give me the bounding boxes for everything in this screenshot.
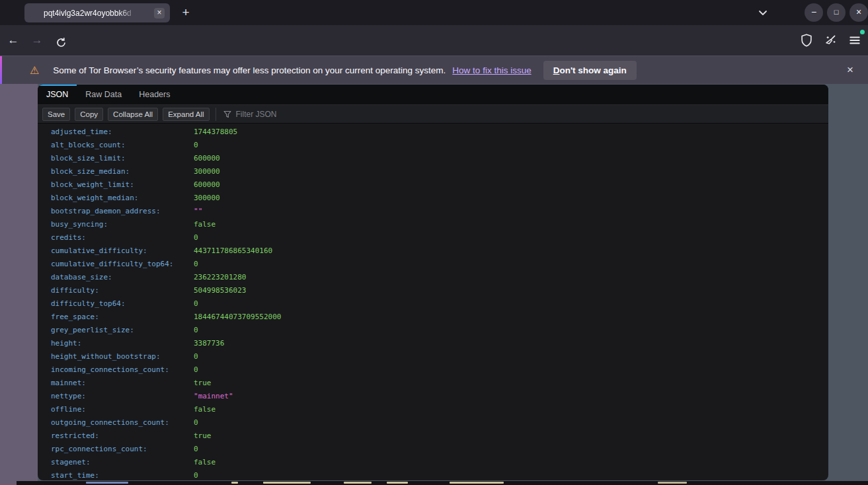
json-value: 0 [194,350,198,363]
json-property-row: grey_peerlist_size0 [38,324,828,337]
json-viewer-toolbar: SaveCopyCollapse AllExpand All [38,105,828,124]
json-value: 0 [194,443,198,456]
json-key: rpc_connections_count [51,443,194,456]
window-minimize-button[interactable]: − [805,3,823,22]
json-property-row: block_weight_limit600000 [38,178,828,192]
json-toolbar-button[interactable]: Copy [75,108,103,121]
json-value [194,205,202,218]
reload-button[interactable] [50,30,71,51]
json-property-row: block_weight_median300000 [38,192,828,205]
clipped-text-fragment [387,482,408,484]
json-property-row: block_size_limit600000 [38,152,828,165]
json-key: adjusted_time [51,126,194,139]
json-viewer-panel: JSONRaw DataHeaders SaveCopyCollapse All… [38,85,828,480]
banner-accent-stripe [0,56,2,85]
json-key: offline [51,403,194,416]
json-property-row: busy_syncingfalse [38,218,828,231]
json-value: 236223201280 [194,271,246,284]
dont-show-again-button[interactable]: Don't show again [543,61,637,80]
tab-title: pqt4ivlg3a2wr4oyobbk6d [44,9,138,18]
browser-tab[interactable]: pqt4ivlg3a2wr4oyobbk6d × [24,3,170,22]
json-value: 0 [194,139,198,152]
json-key: alt_blocks_count [51,139,194,152]
clipped-text-fragment [658,482,687,484]
json-key: busy_syncing [51,218,194,231]
json-value: 600000 [194,178,220,192]
json-value: 443711786865340160 [194,244,272,258]
json-key: cumulative_difficulty_top64 [51,258,194,271]
clipped-background-row [17,481,868,485]
json-value: 0 [194,324,198,337]
clipped-text-fragment [263,482,311,484]
json-value: mainnet [194,390,233,403]
json-value: 3387736 [194,337,224,350]
json-property-row: start_time0 [38,469,828,480]
json-value: 600000 [194,152,220,165]
json-value: 0 [194,469,198,480]
json-key: stagenet [51,456,194,469]
json-property-row: offlinefalse [38,403,828,416]
json-viewer-tab[interactable]: Headers [130,85,178,104]
json-key: block_weight_limit [51,178,194,192]
clipped-text-fragment [231,482,238,484]
json-value: false [194,218,216,231]
json-key: difficulty_top64 [51,297,194,311]
toolbar-separator [216,108,216,121]
json-toolbar-button[interactable]: Collapse All [108,108,158,121]
json-value: false [194,403,216,416]
banner-close-icon[interactable]: × [843,63,857,77]
json-key: height [51,337,194,350]
json-tree: adjusted_time1744378805 alt_blocks_count… [38,124,828,480]
hamburger-menu-icon[interactable] [846,31,864,50]
json-value: true [194,377,212,390]
json-value: 0 [194,297,198,311]
filter-json-input[interactable] [236,110,434,119]
json-key: restricted [51,429,194,443]
json-toolbar-button[interactable]: Expand All [163,108,209,121]
json-key: bootstrap_daemon_address [51,205,194,218]
json-key: free_space [51,311,194,324]
json-property-row: mainnettrue [38,377,828,390]
json-viewer-tab-strip: JSONRaw DataHeaders [38,85,828,105]
json-value: 18446744073709552000 [194,311,281,324]
json-key: grey_peerlist_size [51,324,194,337]
json-property-row: difficulty504998536023 [38,284,828,297]
json-property-row: adjusted_time1744378805 [38,126,828,139]
json-value: 0 [194,363,198,377]
json-value: 504998536023 [194,284,246,297]
page-background-left [0,84,38,485]
json-key: block_size_limit [51,152,194,165]
json-property-row: block_size_median300000 [38,165,828,178]
browser-tab-bar: pqt4ivlg3a2wr4oyobbk6d × + − □ × [0,0,868,25]
tab-close-icon[interactable]: × [154,8,165,19]
json-property-row: stagenetfalse [38,456,828,469]
json-key: database_size [51,271,194,284]
json-viewer-tab[interactable]: JSON [38,85,77,104]
json-toolbar-button[interactable]: Save [42,108,70,121]
json-key: outgoing_connections_count [51,416,194,429]
list-all-tabs-chevron-down-icon[interactable] [756,5,770,20]
json-value: 300000 [194,165,220,178]
back-button[interactable]: ← [3,30,24,51]
json-key: mainnet [51,377,194,390]
new-tab-button[interactable]: + [177,4,194,21]
json-key: cumulative_difficulty [51,244,194,258]
json-property-row: bootstrap_daemon_address [38,205,828,218]
json-viewer-tab[interactable]: Raw Data [77,85,130,104]
warning-triangle-icon: ⚠ [30,64,39,77]
json-key: block_weight_median [51,192,194,205]
window-maximize-button[interactable]: □ [827,3,846,22]
new-identity-broom-icon[interactable] [821,31,840,50]
forward-button[interactable]: → [26,30,48,51]
window-close-button[interactable]: × [849,3,868,22]
json-property-row: alt_blocks_count0 [38,139,828,152]
json-key: difficulty [51,284,194,297]
json-key: incoming_connections_count [51,363,194,377]
json-property-row: credits0 [38,231,828,244]
shield-icon[interactable] [797,31,816,50]
how-to-fix-link[interactable]: How to fix this issue [452,65,531,75]
json-key: block_size_median [51,165,194,178]
json-property-row: incoming_connections_count0 [38,363,828,377]
json-property-row: height3387736 [38,337,828,350]
json-value: 1744378805 [194,126,237,139]
